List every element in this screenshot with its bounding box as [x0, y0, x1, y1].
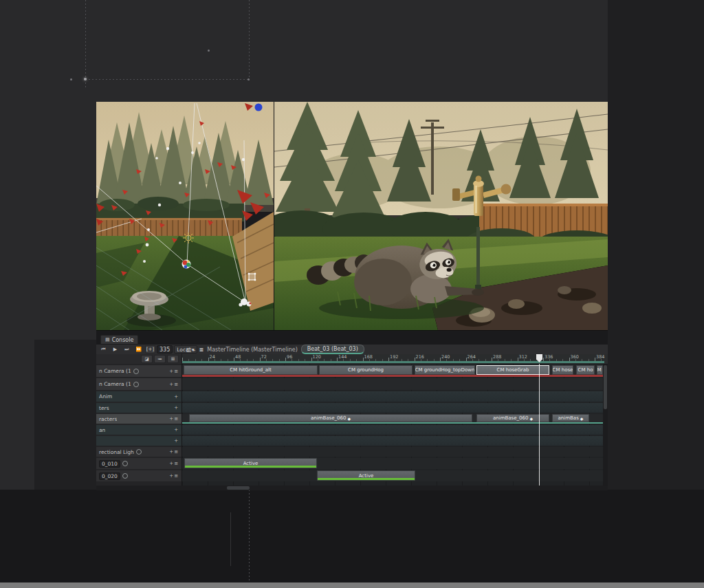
clip-marker-icon: ◆: [347, 416, 351, 421]
track-header-rectional-ligh[interactable]: rectional Ligh+≡: [96, 447, 182, 457]
skip-end-button[interactable]: ⏭: [122, 345, 132, 353]
track-content-area[interactable]: CM hitGround_altCM groundHogCM groundHog…: [182, 364, 603, 486]
track-options-icon[interactable]: +≡: [169, 416, 179, 422]
timeline-toolbar: ⏮▶⏭⏩[+]335 Local ▾ ◫ + ≣ MasterTimeline …: [96, 345, 608, 355]
fast-forward-button[interactable]: ⏩: [133, 345, 144, 353]
track-options-icon[interactable]: +: [174, 438, 179, 444]
ruler-tick-label: 24: [210, 354, 215, 360]
ruler-tick: [408, 359, 408, 361]
clip-cm-h[interactable]: CM h: [597, 365, 603, 375]
ruler-tick: [492, 358, 492, 361]
track-options-icon[interactable]: +: [174, 405, 179, 411]
deco-line: [230, 512, 231, 566]
background-bottom-shade: [0, 490, 704, 582]
game-view[interactable]: [274, 102, 608, 330]
clip-active[interactable]: Active: [184, 458, 317, 468]
clip-animbas[interactable]: animBas◆: [552, 414, 589, 422]
clip-active[interactable]: Active: [317, 470, 415, 481]
track-row[interactable]: [182, 436, 603, 446]
record-circle-icon[interactable]: [122, 461, 128, 466]
curves-view-button[interactable]: ◪: [141, 355, 153, 363]
timeline-subbar: ◪≔⊞ 244872961201441681922162402642883123…: [96, 354, 608, 364]
playhead-line[interactable]: [539, 364, 540, 486]
vertical-scrollbar[interactable]: [603, 364, 608, 486]
track-row[interactable]: [182, 378, 603, 390]
clip-marker-icon: ◆: [580, 416, 584, 421]
ruler-tick: [582, 359, 582, 361]
frame-field[interactable]: 335: [157, 345, 173, 353]
ruler-tick: [530, 359, 531, 361]
timeline-asset-icon: ≣: [199, 347, 204, 353]
track-label: rectional Ligh: [99, 449, 134, 455]
track-options-icon[interactable]: +: [174, 427, 179, 433]
horizontal-scrollbar[interactable]: [96, 486, 608, 490]
vertical-scrollbar-thumb[interactable]: [604, 365, 607, 409]
track-row[interactable]: Active: [182, 458, 603, 469]
track-header-n-camera-1[interactable]: n Camera (1+≡: [96, 365, 182, 377]
track-options-icon[interactable]: +≡: [169, 369, 179, 374]
record-circle-icon[interactable]: [133, 382, 139, 387]
record-circle-icon[interactable]: [122, 473, 128, 479]
breadcrumb-current-tab[interactable]: Beat_03 (Beat_03): [301, 345, 364, 354]
track-options-icon[interactable]: +≡: [169, 461, 179, 466]
clip-label: CM groundHog: [348, 367, 384, 373]
track-options-icon[interactable]: +≡: [169, 473, 179, 479]
clip-cm-groundhog[interactable]: CM groundHog: [319, 365, 412, 375]
record-circle-icon[interactable]: [133, 369, 139, 374]
ruler-tick: [459, 359, 460, 361]
timeline-tracks-area: n Camera (1+≡n Camera (1+≡Anim+ters+ract…: [96, 364, 608, 486]
breadcrumb-root[interactable]: MasterTimeline (MasterTimeline): [207, 347, 297, 353]
track-header-0_020[interactable]: 0_020+≡: [96, 470, 182, 481]
add-marker-button[interactable]: [+]: [145, 345, 155, 353]
track-object-field[interactable]: 0_020: [99, 472, 120, 480]
skip-start-button[interactable]: ⏮: [98, 345, 109, 353]
track-header-0_010[interactable]: 0_010+≡: [96, 458, 182, 469]
track-header-an[interactable]: an+: [96, 425, 182, 435]
record-circle-icon[interactable]: [136, 449, 142, 455]
track-row[interactable]: [182, 403, 603, 413]
track-color-stripe: [182, 422, 603, 424]
clip-cm-groundhog_topdown[interactable]: CM groundHog_topDown: [415, 365, 475, 375]
track-header-n-camera-1[interactable]: n Camera (1+≡: [96, 378, 182, 390]
track-row[interactable]: [182, 447, 603, 457]
clip-label: CM hose: [553, 367, 573, 373]
track-row[interactable]: Active: [182, 470, 603, 481]
markers-view-button[interactable]: ≔: [154, 355, 166, 363]
ruler-tick-label: 144: [338, 354, 346, 360]
track-row[interactable]: animBase_060◆animBase_060◆animBas◆: [182, 414, 603, 424]
clip-cm-hose[interactable]: CM hose: [552, 365, 573, 375]
track-row[interactable]: CM hitGround_altCM groundHogCM groundHog…: [182, 365, 603, 377]
timeline-ruler[interactable]: 2448729612014416819221624026428831233636…: [182, 354, 608, 364]
ruler-tick: [188, 359, 189, 361]
ruler-tick: [453, 359, 454, 361]
ruler-tick: [562, 359, 563, 361]
scene-view[interactable]: [96, 102, 274, 330]
ruler-tick: [427, 359, 428, 361]
horizontal-scrollbar-thumb[interactable]: [227, 486, 250, 490]
track-options-icon[interactable]: +≡: [169, 382, 179, 387]
track-header-racters[interactable]: racters+≡: [96, 414, 182, 424]
track-options-icon[interactable]: +≡: [169, 449, 179, 455]
timeline-window-icon: ◫: [186, 347, 192, 353]
clip-cm-ho[interactable]: CM ho: [576, 365, 595, 375]
track-options-icon[interactable]: +: [174, 394, 179, 400]
settings-view-button[interactable]: ⊞: [167, 355, 179, 363]
track-header-anim[interactable]: Anim+: [96, 391, 182, 402]
ruler-tick: [228, 359, 228, 361]
tab-console[interactable]: ▤ Console: [100, 335, 138, 344]
view-mode-buttons: ◪≔⊞: [96, 354, 182, 364]
timeline-breadcrumb-bar: ◫ + ≣ MasterTimeline (MasterTimeline) Be…: [182, 345, 608, 354]
ruler-tick: [208, 358, 209, 361]
play-button[interactable]: ▶: [110, 345, 120, 353]
track-label: ters: [99, 405, 109, 411]
clip-animbase_060[interactable]: animBase_060◆: [189, 414, 472, 422]
track-row[interactable]: [182, 391, 603, 402]
track-header-ters[interactable]: ters+: [96, 403, 182, 413]
track-header-group-6[interactable]: +: [96, 436, 182, 446]
track-object-field[interactable]: 0_010: [99, 460, 120, 468]
clip-cm-hitground_alt[interactable]: CM hitGround_alt: [184, 365, 318, 375]
ruler-tick: [434, 359, 434, 361]
ruler-tick-label: 168: [364, 354, 373, 360]
track-row[interactable]: [182, 425, 603, 435]
clip-label: CM groundHog_topDown: [415, 367, 475, 373]
